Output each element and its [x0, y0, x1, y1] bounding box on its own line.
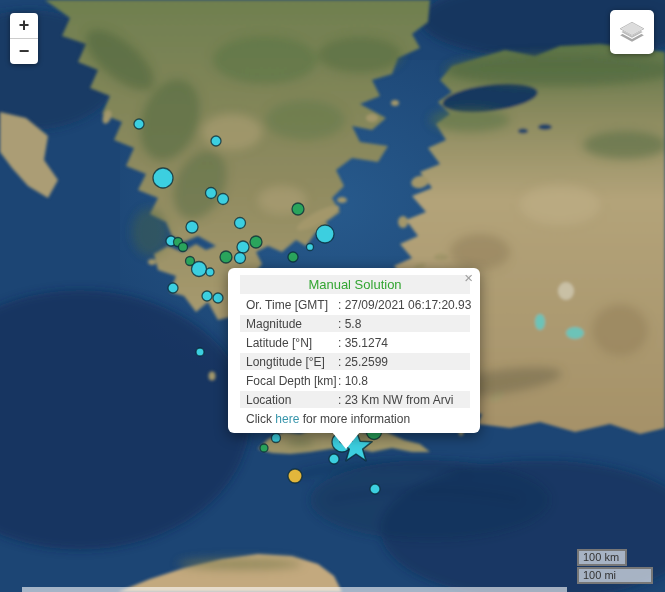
popup-close-button[interactable]: ×: [464, 270, 473, 285]
earthquake-marker[interactable]: [218, 194, 229, 205]
earthquake-marker[interactable]: [272, 434, 281, 443]
earthquake-marker[interactable]: [134, 119, 144, 129]
earthquake-marker[interactable]: [186, 221, 198, 233]
earthquake-popup: × Manual Solution Or. Time [GMT] : 27/09…: [228, 268, 480, 433]
popup-row-latitude: Latitude [°N] : 35.1274: [240, 334, 470, 351]
earthquake-marker[interactable]: [206, 188, 217, 199]
popup-row-focal-depth: Focal Depth [km] : 10.8: [240, 372, 470, 389]
popup-row-magnitude: Magnitude : 5.8: [240, 315, 470, 332]
popup-row-longitude: Longtitude [°E] : 25.2599: [240, 353, 470, 370]
zoom-control: + −: [10, 13, 38, 64]
earthquake-marker[interactable]: [235, 218, 246, 229]
earthquake-marker[interactable]: [168, 283, 178, 293]
popup-tail: [332, 432, 360, 449]
zoom-out-button[interactable]: −: [10, 39, 38, 64]
earthquake-marker[interactable]: [237, 241, 249, 253]
earthquake-marker[interactable]: [213, 293, 223, 303]
earthquake-marker[interactable]: [292, 203, 304, 215]
popup-row-origin-time: Or. Time [GMT] : 27/09/2021 06:17:20.93: [240, 296, 470, 313]
earthquake-marker[interactable]: [307, 244, 314, 251]
earthquake-marker[interactable]: [206, 268, 214, 276]
earthquake-marker[interactable]: [329, 454, 339, 464]
earthquake-marker[interactable]: [235, 253, 246, 264]
scale-control: 100 km 100 mi: [577, 549, 653, 584]
map-app: + − × Manual Solution Or. Time [GMT] : 2…: [0, 0, 665, 592]
popup-title: Manual Solution: [240, 275, 470, 294]
scale-km: 100 km: [577, 549, 627, 566]
scale-mi: 100 mi: [577, 567, 653, 584]
layers-icon: [618, 18, 646, 46]
popup-row-location: Location : 23 Km NW from Arvi: [240, 391, 470, 408]
attribution-bar: [22, 587, 567, 592]
earthquake-marker[interactable]: [192, 262, 207, 277]
earthquake-marker[interactable]: [211, 136, 221, 146]
earthquake-marker[interactable]: [288, 469, 302, 483]
more-info-link[interactable]: here: [275, 412, 299, 426]
earthquake-marker[interactable]: [370, 484, 380, 494]
earthquake-marker[interactable]: [250, 236, 262, 248]
earthquake-marker[interactable]: [179, 243, 188, 252]
earthquake-marker[interactable]: [153, 168, 173, 188]
earthquake-marker[interactable]: [196, 348, 204, 356]
popup-footer: Click here for more information: [240, 410, 470, 426]
earthquake-marker[interactable]: [202, 291, 212, 301]
layers-button[interactable]: [610, 10, 654, 54]
earthquake-marker[interactable]: [260, 444, 268, 452]
earthquake-marker[interactable]: [288, 252, 298, 262]
earthquake-marker[interactable]: [220, 251, 232, 263]
zoom-in-button[interactable]: +: [10, 13, 38, 39]
earthquake-marker[interactable]: [316, 225, 334, 243]
